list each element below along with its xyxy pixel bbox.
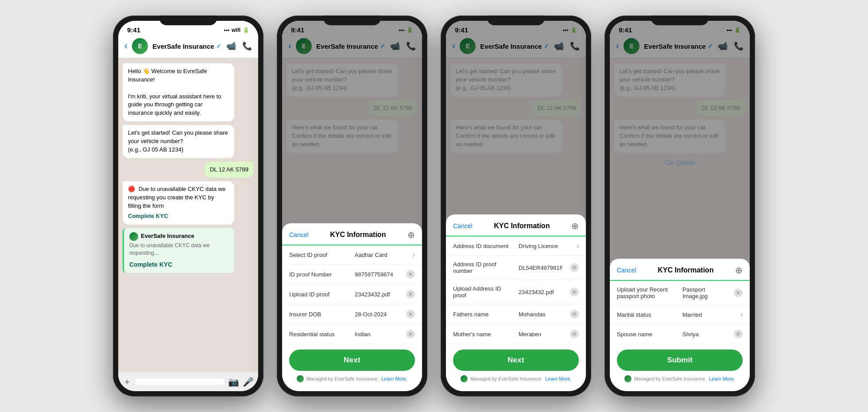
form-row-spouse[interactable]: Spouse name Shriya ✕ (610, 324, 750, 344)
footer-logo-2 (297, 375, 304, 382)
label-dob: Insurer DOB (289, 311, 351, 318)
value-dob: 28-Oct-2024 (355, 311, 403, 318)
label-upload-id: Upload ID proof (289, 291, 351, 298)
clear-spouse[interactable]: ✕ (734, 330, 743, 338)
clear-upload-address[interactable]: ✕ (570, 288, 579, 296)
phone-1: 9:41 ▪▪▪ wifi 🔋 ‹ E EverSafe Insurance ✓… (113, 16, 264, 396)
modal-title-3: KYC Information (494, 222, 550, 230)
managed-text-3: Managed by EverSafe Insurance. (470, 376, 542, 381)
label-residential: Residential status (289, 331, 351, 338)
modal-more-2[interactable]: ⊕ (407, 229, 415, 240)
plus-icon[interactable]: ＋ (123, 376, 132, 388)
footer-logo-3 (461, 375, 468, 382)
modal-cancel-2[interactable]: Cancel (289, 231, 309, 238)
modal-sheet-3: Cancel KYC Information ⊕ Address ID docu… (446, 214, 586, 391)
clear-id-number[interactable]: ✕ (406, 270, 415, 279)
top-bar-icons-1[interactable]: 📹 📞 (226, 41, 252, 51)
form-row-marital[interactable]: Marital status Married › (610, 305, 750, 324)
modal-title-2: KYC Information (330, 231, 386, 239)
value-upload-address: 23423432.pdf (519, 289, 566, 295)
app-avatar-1: E (132, 38, 148, 54)
phone-2: 9:41 ▪▪▪ 🔋 ‹ E EverSafe Insurance ✓ 📹 📞 (277, 16, 427, 396)
form-row-passport[interactable]: Upload your Recent passport photo Passpo… (610, 281, 750, 305)
modal-cancel-3[interactable]: Cancel (453, 222, 473, 229)
error-icon: 🔴 (128, 186, 135, 192)
notch-1 (159, 16, 217, 25)
video-icon[interactable]: 📹 (226, 41, 236, 51)
next-button-2[interactable]: Next (289, 350, 415, 371)
chevron-select-id: › (413, 251, 415, 259)
label-upload-address: Upload Address ID proof (453, 285, 515, 299)
form-row-address-num[interactable]: Address ID proof number DL54ER497981F ✕ (446, 256, 586, 280)
form-row-father[interactable]: Fathers name Mohandas ✕ (446, 304, 586, 324)
label-passport: Upload your Recent passport photo (617, 286, 679, 299)
clear-dob[interactable]: ✕ (406, 310, 415, 319)
notification-action[interactable]: Complete KYC (129, 260, 229, 269)
modal-overlay-4: Cancel KYC Information ⊕ Upload your Rec… (610, 21, 750, 391)
chevron-marital: › (740, 311, 743, 319)
notch-3 (487, 16, 545, 25)
value-residential: Indian (355, 331, 403, 338)
label-mother: Mother's name (453, 331, 515, 338)
battery-icon: 🔋 (243, 27, 249, 33)
clear-residential[interactable]: ✕ (406, 330, 415, 338)
form-row-mother[interactable]: Mother's name Meraben ✕ (446, 324, 586, 344)
mic-icon[interactable]: 🎤 (243, 377, 254, 387)
modal-sheet-4: Cancel KYC Information ⊕ Upload your Rec… (610, 259, 750, 391)
clear-father[interactable]: ✕ (570, 310, 579, 319)
message-input-1[interactable] (135, 379, 225, 385)
clear-upload-id[interactable]: ✕ (406, 290, 415, 299)
form-row-upload-id[interactable]: Upload ID proof 23423432.pdf ✕ (282, 284, 422, 304)
phone-4: 9:41 ▪▪▪ 🔋 ‹ E EverSafe Insurance ✓ 📹 📞 (604, 16, 755, 396)
bottom-bar-1: ＋ 📷 🎤 (118, 372, 258, 391)
form-row-select-id[interactable]: Select ID proof Aadhar Card › (282, 245, 422, 264)
form-row-dob[interactable]: Insurer DOB 28-Oct-2024 ✕ (282, 304, 422, 324)
bubble-vehicle-sent: DL 12 AK 5789 (205, 162, 254, 178)
bubble-welcome: Hello 👋 Welcome to EvreSafe Insurance! I… (123, 63, 234, 121)
call-icon[interactable]: 📞 (242, 41, 252, 51)
form-row-upload-address[interactable]: Upload Address ID proof 23423432.pdf ✕ (446, 280, 586, 304)
modal-sheet-2: Cancel KYC Information ⊕ Select ID proof… (282, 223, 422, 391)
notification-subtitle: Due to unavailable CKYC data we requesti… (129, 242, 229, 257)
complete-kyc-link[interactable]: Complete KYC (128, 212, 229, 221)
clear-passport[interactable]: ✕ (734, 288, 743, 297)
clear-mother[interactable]: ✕ (570, 330, 579, 338)
form-row-id-number[interactable]: ID proof Number 987597759874 ✕ (282, 264, 422, 284)
learn-more-2[interactable]: Learn More. (381, 376, 407, 381)
notch-2 (323, 16, 381, 25)
value-select-id: Aadhar Card (355, 252, 409, 258)
clear-address-num[interactable]: ✕ (570, 263, 579, 272)
learn-more-3[interactable]: Learn More. (545, 376, 571, 381)
status-icons-1: ▪▪▪ wifi 🔋 (224, 27, 249, 33)
camera-icon[interactable]: 📷 (228, 377, 239, 387)
verified-badge-1: ✓ (216, 43, 221, 50)
value-address-doc: Driving Licence (519, 243, 573, 249)
submit-button-4[interactable]: Submit (617, 350, 743, 371)
back-arrow-1[interactable]: ‹ (124, 41, 128, 51)
notification-bubble[interactable]: EverSafe Insurance Due to unavailable CK… (123, 228, 234, 273)
label-spouse: Spouse name (617, 331, 679, 338)
managed-footer-2: Managed by EverSafe Insurance. Learn Mor… (282, 373, 422, 382)
learn-more-4[interactable]: Learn More. (709, 376, 735, 381)
modal-header-4: Cancel KYC Information ⊕ (610, 259, 750, 281)
label-address-doc: Address ID document (453, 243, 515, 249)
label-father: Fathers name (453, 311, 515, 318)
label-select-id: Select ID proof (289, 252, 351, 258)
modal-more-3[interactable]: ⊕ (571, 221, 579, 231)
form-row-address-doc[interactable]: Address ID document Driving Licence › (446, 237, 586, 256)
value-passport: Passport Image.jpg (682, 286, 730, 299)
value-id-number: 987597759874 (355, 271, 403, 278)
managed-text-4: Managed by EverSafe Insurance. (634, 376, 706, 381)
phone-3: 9:41 ▪▪▪ 🔋 ‹ E EverSafe Insurance ✓ 📹 📞 (441, 16, 591, 396)
app-name-area-1: EverSafe Insurance ✓ (152, 43, 222, 50)
label-marital: Marital status (617, 311, 679, 318)
modal-overlay-3: Cancel KYC Information ⊕ Address ID docu… (446, 21, 586, 391)
value-address-num: DL54ER497981F (519, 264, 566, 271)
notification-title: EverSafe Insurance (141, 232, 194, 241)
form-row-residential[interactable]: Residential status Indian ✕ (282, 324, 422, 344)
next-button-3[interactable]: Next (453, 350, 579, 371)
modal-cancel-4[interactable]: Cancel (617, 267, 636, 274)
managed-footer-4: Managed by EverSafe Insurance. Learn Mor… (610, 373, 750, 382)
modal-more-4[interactable]: ⊕ (735, 265, 743, 276)
bubble-vehicle-ask: Let's get started! Can you please share … (123, 125, 234, 158)
